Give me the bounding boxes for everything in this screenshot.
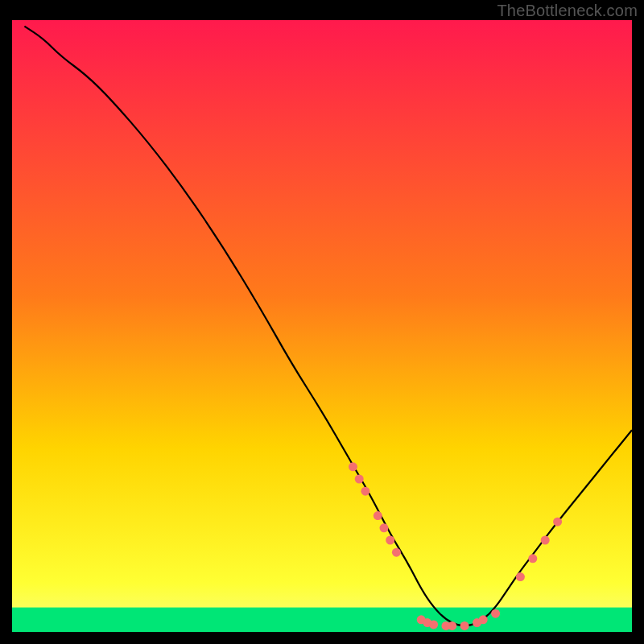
gradient-background	[12, 20, 632, 632]
curve-marker	[479, 615, 488, 624]
curve-marker	[448, 621, 456, 630]
curve-marker	[374, 511, 382, 520]
curve-marker	[380, 523, 389, 532]
green-band	[12, 608, 632, 632]
bottleneck-chart	[12, 20, 632, 632]
plot-area	[12, 20, 632, 632]
curve-marker	[460, 621, 469, 630]
chart-frame: TheBottleneck.com	[0, 0, 644, 644]
curve-marker	[355, 475, 364, 484]
watermark-label: TheBottleneck.com	[497, 2, 638, 20]
curve-marker	[541, 536, 550, 545]
curve-marker	[491, 609, 500, 618]
curve-marker	[516, 572, 525, 581]
curve-marker	[429, 620, 438, 629]
curve-marker	[392, 548, 401, 557]
curve-marker	[361, 487, 369, 496]
curve-marker	[349, 462, 357, 471]
curve-marker	[553, 518, 562, 526]
curve-marker	[386, 536, 394, 545]
curve-marker	[528, 554, 537, 563]
